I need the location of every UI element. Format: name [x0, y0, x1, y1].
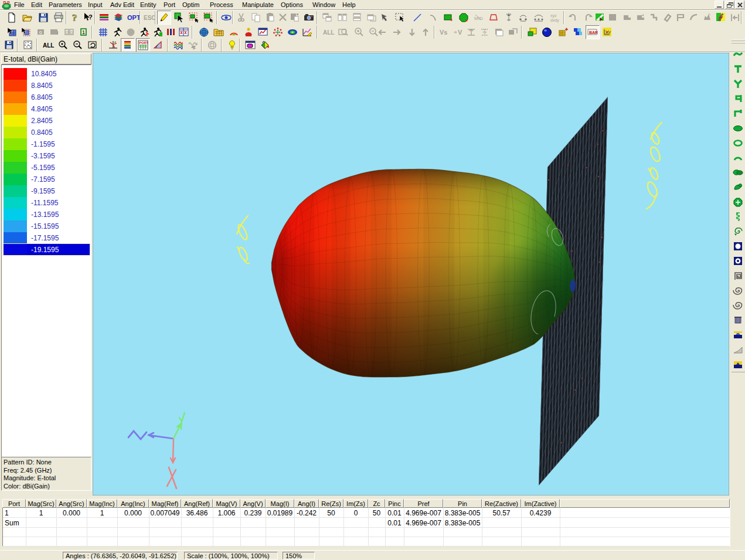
svg-text:BAR: BAR: [589, 30, 598, 35]
svg-text:0: 0: [66, 30, 69, 35]
svg-text:OPT: OPT: [127, 14, 141, 21]
svg-text:ALL: ALL: [323, 29, 334, 36]
svg-text:I: I: [57, 30, 59, 36]
svg-text:Vs: Vs: [440, 29, 447, 36]
svg-text:?: ?: [72, 12, 77, 23]
svg-text:1: 1: [82, 29, 85, 35]
svg-text:0: 0: [39, 30, 42, 35]
svg-text:ESC: ESC: [144, 15, 156, 21]
svg-text:?: ?: [89, 13, 93, 21]
svg-text:z: z: [114, 40, 116, 44]
svg-text:ALL: ALL: [43, 42, 54, 49]
svg-text:PORT: PORT: [139, 41, 148, 45]
svg-text:MID: MID: [474, 16, 483, 21]
svg-text:V: V: [458, 29, 462, 36]
svg-text:dxdy: dxdy: [550, 18, 559, 23]
svg-text:xyz: xyz: [550, 13, 557, 18]
svg-text:0: 0: [70, 30, 73, 35]
